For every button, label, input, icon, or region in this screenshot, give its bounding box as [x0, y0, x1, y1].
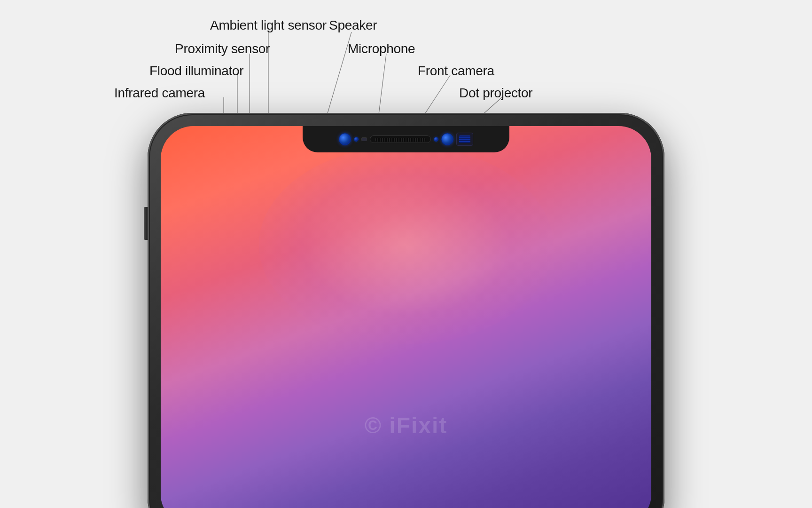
notch-components [303, 126, 509, 152]
infrared-camera-component [339, 133, 351, 145]
microphone-component [434, 137, 438, 142]
screen-glow [259, 146, 553, 344]
notch-area [303, 126, 509, 152]
scene: Ambient light sensor Proximity sensor Fl… [0, 0, 812, 508]
phone-screen: © iFixit [161, 126, 651, 508]
flood-illuminator-component [354, 137, 359, 142]
phone-body: © iFixit [148, 113, 664, 508]
phone-wrapper: © iFixit [148, 113, 664, 508]
front-camera-component [441, 133, 453, 145]
watermark: © iFixit [365, 413, 448, 438]
speaker-component [370, 135, 431, 143]
proximity-sensor-component [361, 137, 367, 141]
dot-projector-component [456, 133, 473, 146]
side-button [144, 207, 148, 240]
